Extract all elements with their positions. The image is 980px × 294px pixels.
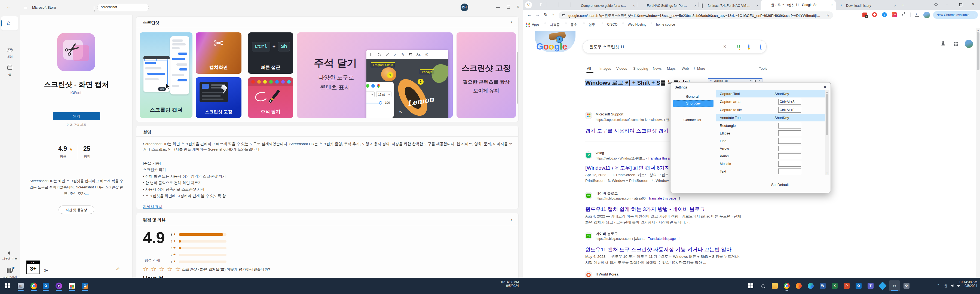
start-button[interactable] — [2, 280, 13, 291]
color-blue[interactable] — [371, 84, 375, 87]
taskbar-app-chrome[interactable] — [28, 280, 39, 291]
ellipse-shortcut-input[interactable] — [778, 130, 801, 136]
bookmark-folder[interactable]: home source — [656, 22, 675, 26]
result-menu-icon[interactable]: ⋮ — [678, 197, 681, 200]
tab-google-search-active[interactable]: 윈도우 스크린샷 11 - Google Se × — [760, 0, 836, 10]
rectangle-shortcut-input[interactable] — [778, 123, 801, 129]
screenshot-tile-scrolling[interactable]: Done 스크롤링 캡쳐 — [140, 32, 192, 118]
taskbar-app-edge[interactable] — [805, 280, 816, 291]
nav-tab-maps[interactable]: Maps — [667, 67, 676, 70]
nav-tab-news[interactable]: News — [653, 67, 662, 70]
site-info-icon[interactable] — [562, 14, 565, 17]
tab-close-icon[interactable]: × — [694, 3, 696, 8]
bookmark-star-icon[interactable]: ☆ — [826, 13, 830, 18]
sidebar-item-games[interactable]: 게임 — [0, 47, 20, 62]
google-account-avatar[interactable] — [965, 40, 973, 48]
nav-tab-videos[interactable]: Videos — [616, 67, 627, 70]
close-button[interactable]: × — [517, 4, 519, 9]
taskbar-app-word[interactable]: W — [817, 280, 828, 291]
tab-search-button[interactable]: ⋁ — [525, 2, 532, 8]
result-heading[interactable]: [Window11 / 윈도우] 화면 캡쳐 6가지 방법 — [585, 164, 682, 172]
capture-file-shortcut-input[interactable] — [778, 107, 801, 113]
nav-tab-images[interactable]: Images — [600, 67, 611, 70]
result-site[interactable]: velog — [596, 151, 604, 155]
volume-icon[interactable] — [951, 284, 955, 287]
tab-fortinac-settings[interactable]: FortiNAC Settings for Persistent × — [639, 2, 698, 10]
taskbar-app-chrome[interactable] — [781, 280, 792, 291]
content-scrollbar[interactable] — [517, 52, 518, 104]
result-heading[interactable]: 윈도우11 캡처 도구 스크린샷 자동저장 기능 켜거나 끄는법 알아 ... — [585, 246, 737, 253]
dialog-close-icon[interactable]: × — [824, 85, 826, 89]
scrollbar-down-arrow[interactable]: ▼ — [826, 172, 828, 175]
translate-link[interactable]: Translate this page — [648, 197, 676, 200]
arrow-shortcut-input[interactable] — [778, 146, 801, 151]
color-rainbow[interactable] — [377, 84, 380, 87]
taskbar-app-firefox[interactable] — [793, 280, 804, 291]
ime-indicator[interactable]: 한 — [944, 284, 947, 288]
result-heading[interactable]: 캡처 도구를 사용하여 스크린샷 캡처 — [585, 127, 668, 135]
result-url[interactable]: https://velog.io › Window11-윈도... · Tran… — [596, 156, 675, 161]
start-button[interactable] — [745, 280, 756, 291]
adguard-extension-icon[interactable] — [872, 12, 877, 17]
tab-fortinac-vm[interactable]: fortinac::7.4::FortiNAC-VM-CA × — [700, 2, 759, 10]
tab-close-icon[interactable]: × — [831, 2, 833, 6]
tab-comprehensive-guide[interactable]: Comprehensive guide for a sim × — [573, 2, 636, 10]
result-menu-icon[interactable]: ⋮ — [678, 237, 681, 241]
result-site[interactable]: Microsoft Support — [596, 112, 624, 116]
taskbar-app-outlook[interactable]: O — [853, 280, 864, 291]
snipping-restore-icon[interactable] — [754, 80, 756, 82]
result-site[interactable]: 네이버 블로그 — [596, 231, 618, 236]
taskbar-app-powerpoint[interactable]: P — [841, 280, 852, 291]
share-icon[interactable]: ⇗ — [116, 266, 120, 272]
pencil-shortcut-input[interactable] — [778, 153, 801, 159]
screenshot-tile-capture[interactable]: ✂ 캡쳐화면 — [196, 32, 242, 74]
taskbar-app-explorer[interactable] — [769, 280, 780, 291]
rate-stars[interactable]: ☆☆☆☆☆ — [143, 265, 183, 273]
size-select[interactable]: 12 pt▾ — [376, 91, 391, 97]
sidebar-item-whats-new[interactable]: 새로운 기능 — [0, 250, 20, 265]
app-publisher-link[interactable]: IOForth — [20, 91, 132, 95]
search-icon[interactable] — [760, 44, 761, 49]
google-search-box[interactable]: 윈도우 스크린샷 11 × — [582, 40, 767, 53]
taskbar-clock[interactable]: 10:14:38 AM 9/5/2024 — [959, 280, 977, 288]
result-site[interactable]: 네이버 블로그 — [596, 191, 618, 196]
maximize-button[interactable] — [507, 6, 510, 9]
screenshot-tile-pin[interactable]: 스크린샷 고정 — [196, 77, 242, 118]
forward-icon[interactable]: → — [535, 12, 540, 18]
minimize-button[interactable]: – — [946, 2, 948, 6]
dialog-nav-shortkey-selected[interactable]: ShortKey — [673, 100, 713, 107]
capture-area-shortcut-input[interactable] — [778, 99, 801, 105]
omnibox[interactable]: google.com/search?q=윈도우+스크린샷+11&newwindo… — [558, 11, 833, 19]
idm-extension-icon[interactable]: ↓ — [882, 12, 887, 17]
snipping-close-icon[interactable]: × — [759, 79, 760, 82]
section-chevron-icon[interactable]: › — [511, 216, 512, 222]
window-pin-icon[interactable] — [934, 3, 938, 6]
taskbar-app-settings[interactable]: ⚙ — [901, 280, 912, 291]
result-url[interactable]: https://support.microsoft.com › ko-kr › … — [596, 118, 672, 122]
scrollbar-up-arrow[interactable]: ▲ — [826, 91, 828, 93]
taskbar-app-remote-desktop[interactable]: ◫ — [15, 280, 26, 291]
sidebar-item-home[interactable]: ⌂ — [1, 16, 18, 30]
open-button[interactable]: 열기 — [53, 112, 100, 120]
taskbar-app-outlook-new[interactable]: O — [80, 280, 91, 291]
age-rating-link[interactable]: 3+ — [44, 269, 48, 272]
nav-tools[interactable]: Tools — [759, 67, 767, 70]
bookmark-folder[interactable]: Web Hosting — [628, 22, 646, 26]
google-apps-icon[interactable] — [954, 42, 958, 46]
profile-avatar[interactable] — [923, 12, 930, 18]
browser-menu-icon[interactable]: ⋮ — [972, 13, 976, 17]
dialog-scrollbar[interactable]: ▲ ▼ — [825, 90, 829, 175]
bookmark-folder[interactable]: 업무 — [589, 22, 595, 27]
result-site[interactable]: ITWorld Korea — [596, 272, 619, 276]
result-heading[interactable]: 윈도우11 캡쳐 쉽게 하는 3가지 방법 - 네이버 블로그 — [585, 206, 705, 213]
store-search-input[interactable] — [101, 5, 140, 9]
result-url[interactable]: https://m.blog.naver.com › jwkan... · Tr… — [596, 237, 681, 241]
tab-download-history[interactable]: Download history × — [837, 2, 898, 10]
adblock-extension-icon[interactable]: 8 — [862, 13, 867, 17]
taskbar-app-excel[interactable]: X — [829, 280, 840, 291]
dialog-nav-general[interactable]: General — [670, 94, 714, 99]
scrollbar-thumb[interactable] — [826, 94, 828, 135]
screenshot-tile-pin-large[interactable]: 스크린샷 고정 필요한 콘텐츠를 항상 보이게 유지 — [457, 32, 516, 118]
nav-tab-more[interactable]: ⋮ More — [692, 67, 705, 70]
search-query-text[interactable]: 윈도우 스크린샷 11 — [589, 44, 624, 49]
